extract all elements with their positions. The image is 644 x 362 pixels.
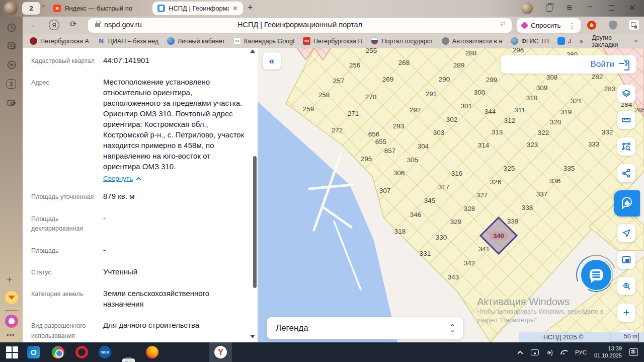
parcel-label[interactable]: 301 (461, 102, 472, 110)
parcel-label[interactable]: 305 (407, 156, 419, 164)
tab-counter-chevron-icon[interactable] (42, 4, 45, 7)
sidebar-more-icon[interactable]: ••• (7, 331, 15, 339)
parcel-label[interactable]: 322 (538, 129, 549, 136)
parcel-label[interactable]: 346 (410, 211, 422, 219)
scrollbar-thumb[interactable] (253, 156, 257, 288)
notifications-icon[interactable]: 1 (629, 348, 638, 356)
bookmark-item[interactable]: Автозапчасти в н (442, 37, 502, 45)
clock[interactable]: 13:39 01.10.2025 (594, 345, 622, 359)
bookmark-item[interactable]: ФГИС ТП (511, 37, 548, 45)
outlook-icon[interactable]: O (27, 346, 40, 358)
bookmark-item[interactable]: ПНПетербургская Н (303, 37, 362, 45)
parcel-label[interactable]: 330 (436, 234, 447, 241)
parcel-label[interactable]: 318 (394, 228, 406, 235)
bookmark-item[interactable]: Петербургская А (30, 37, 89, 45)
other-bookmarks-button[interactable]: Другие закладки (592, 34, 637, 48)
bookmark-item[interactable]: J (557, 37, 571, 45)
parcel-label[interactable]: 657 (384, 147, 396, 155)
parcel-label[interactable]: 325 (504, 165, 515, 172)
yandex-mail-icon[interactable] (5, 291, 18, 304)
bookmark-item[interactable]: NЦИАН – база нед (98, 37, 158, 45)
bookmarks-overflow-icon[interactable]: » (580, 37, 583, 45)
parcel-label[interactable]: 332 (602, 128, 613, 136)
parcel-label[interactable]: 328 (464, 205, 475, 212)
cast-icon[interactable] (531, 349, 539, 355)
parcel-label[interactable]: 343 (448, 273, 459, 281)
tray-expand-icon[interactable] (518, 350, 523, 356)
bookmark-item[interactable]: Портал государст (371, 37, 433, 45)
parcel-label[interactable]: 299 (486, 76, 498, 84)
tab-yandex[interactable]: Я Яндекс — быстрый поиск (48, 2, 149, 15)
selected-parcel-badge[interactable]: 340 (490, 232, 508, 240)
parcel-label[interactable]: 282 (592, 73, 603, 81)
opera-icon[interactable] (75, 346, 88, 358)
ask-more-icon[interactable]: ⋮ (569, 22, 576, 30)
parcel-label[interactable]: 326 (490, 178, 502, 186)
parcel-label[interactable]: 289 (453, 61, 465, 69)
parcel-label[interactable]: 291 (426, 90, 437, 98)
parcel-label[interactable]: 304 (418, 142, 429, 150)
yandex-browser-icon[interactable]: Y (214, 346, 227, 358)
parcel-label[interactable]: 269 (382, 76, 394, 83)
side-panels-icon[interactable] (546, 5, 552, 12)
parcel-label[interactable]: 314 (478, 141, 490, 149)
parcel-label[interactable]: 288 (465, 49, 477, 57)
profile-avatar[interactable] (4, 2, 18, 15)
extension-adguard-icon[interactable] (587, 21, 596, 30)
locate-tool-button[interactable] (617, 224, 635, 242)
tab-nspd-active[interactable]: НСПД | Геоинформаци ✕ (152, 2, 243, 15)
parcel-label[interactable]: 309 (536, 84, 548, 92)
tab-counter[interactable]: 2 (22, 2, 40, 15)
parcel-label[interactable]: 256 (349, 61, 361, 69)
menu-icon[interactable]: ≡ (567, 2, 572, 13)
parcel-label[interactable]: 317 (438, 183, 450, 191)
alice-icon[interactable] (5, 315, 18, 328)
microsoft-store-icon[interactable] (122, 358, 135, 362)
parcel-label[interactable]: 339 (507, 218, 519, 225)
collections-icon[interactable] (629, 20, 639, 30)
collapse-panel-button[interactable]: « (263, 52, 281, 69)
sidebar-add-icon[interactable]: + (7, 273, 13, 285)
parcel-label[interactable]: 257 (333, 77, 345, 85)
reload-icon[interactable]: ⟳ (70, 19, 76, 29)
parcel-label[interactable]: 337 (536, 190, 548, 198)
firefox-icon[interactable] (146, 346, 158, 358)
parcel-label[interactable]: 306 (393, 169, 405, 177)
ask-button[interactable]: Спросить ⋮ (517, 18, 581, 33)
identify-tool-button-active[interactable] (614, 190, 640, 216)
parcel-label[interactable]: 308 (546, 74, 558, 81)
parcel-label[interactable]: 255 (366, 48, 377, 54)
parcel-label[interactable]: 292 (410, 106, 421, 114)
parcel-label[interactable]: 310 (526, 94, 538, 102)
wifi-icon[interactable] (560, 350, 568, 355)
ruler-tool-button[interactable] (617, 111, 635, 129)
zoom-in-button[interactable]: + (617, 304, 635, 322)
bookmark-item[interactable]: 31Календарь Googl (233, 37, 294, 45)
parcel-label[interactable]: 656 (368, 130, 380, 138)
parcel-label[interactable]: 258 (318, 91, 330, 99)
parcel-label[interactable]: 323 (527, 141, 538, 149)
parcel-label[interactable]: 272 (332, 126, 343, 134)
chrome-icon[interactable] (52, 346, 64, 358)
window-close-button[interactable]: ✕ (629, 3, 635, 13)
parcel-label[interactable]: 329 (450, 218, 462, 226)
bookmark-flag-icon[interactable]: ⚐ (499, 20, 506, 28)
parcel-label[interactable]: 655 (375, 138, 387, 146)
parcel-label[interactable]: 271 (348, 110, 359, 117)
parcel-label[interactable]: 300 (474, 89, 486, 96)
window-maximize-button[interactable] (609, 5, 614, 11)
parcel-label[interactable]: 321 (571, 97, 582, 105)
parcel-label[interactable]: 331 (420, 250, 431, 257)
search-map-tool-button[interactable] (617, 277, 635, 295)
search-area-tool-button[interactable] (617, 137, 635, 156)
parcel-label[interactable]: 295 (361, 155, 372, 163)
parcel-label[interactable]: 333 (588, 140, 600, 148)
parcel-label[interactable]: 320 (550, 118, 561, 126)
tab-close-icon[interactable]: ✕ (232, 5, 238, 12)
volume-icon[interactable]: 🕩) (546, 348, 553, 356)
parcel-label[interactable]: 327 (476, 191, 488, 199)
parcel-label[interactable]: 345 (424, 197, 436, 204)
parcel-label[interactable]: 303 (433, 129, 445, 136)
layers-tool-button[interactable] (617, 85, 635, 103)
address-bar[interactable]: nspd.gov.ru НСПД | Геоинформационный пор… (88, 18, 512, 33)
